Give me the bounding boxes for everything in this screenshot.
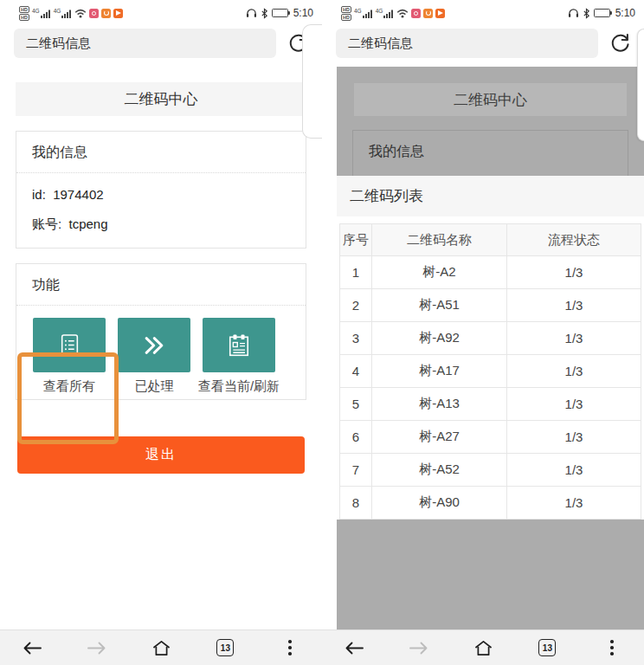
overflow-menu-icon [288,640,292,655]
floating-card-fragment [637,29,644,141]
bluetooth-icon [261,8,268,19]
network-type-label: 4G [54,8,61,14]
row-index: 4 [340,355,372,388]
signal-bars-icon [41,10,51,18]
tab-count-badge: 13 [216,639,234,656]
flow-status: 1/3 [507,322,641,355]
tabs-button[interactable]: 13 [193,630,257,665]
refresh-icon[interactable] [608,31,632,55]
home-button[interactable] [129,630,193,665]
qr-list-panel: 序号 二维码名称 流程状态 1树-A21/32树-A511/33树-A921/3… [337,216,644,520]
home-button[interactable] [451,630,515,665]
view-current-button[interactable] [203,318,275,372]
clipboard-icon [228,333,250,358]
forward-button[interactable] [64,630,128,665]
table-header-row: 序号 二维码名称 流程状态 [340,224,641,256]
tabs-button[interactable]: 13 [515,630,579,665]
flow-status: 1/3 [507,421,641,454]
row-index: 2 [340,289,372,322]
menu-button[interactable] [580,630,644,665]
headset-icon [246,8,257,18]
clock-time: 5:10 [293,7,313,19]
menu-button[interactable] [258,630,322,665]
qr-center-banner[interactable]: 二维码中心 [16,82,306,116]
qr-list-title: 二维码列表 [337,176,644,216]
status-left-icons: HD HD 4G 4G [341,6,445,21]
table-row[interactable]: 4树-A171/3 [340,355,641,388]
modal-overlay-bottom [337,520,644,629]
table-row[interactable]: 6树-A271/3 [340,421,641,454]
signal-icon: 4G [376,8,395,18]
signal-bars-icon [61,10,72,18]
col-header-qr-name: 二维码名称 [372,224,507,256]
right-screen: HD HD 4G 4G 5:10 二维码信息 [322,0,644,665]
back-button[interactable] [322,630,386,665]
wifi-icon [74,9,87,18]
table-row[interactable]: 1树-A21/3 [340,256,641,289]
account-line: 账号: tcpeng [32,210,290,239]
table-row[interactable]: 3树-A921/3 [340,322,641,355]
qr-name: 树-A17 [372,355,507,388]
double-chevron-right-icon [143,334,165,357]
qr-name: 树-A92 [372,322,507,355]
url-input[interactable]: 二维码信息 [336,29,598,58]
modal-overlay-top: 二维码中心 我的信息 [337,67,644,176]
notification-app-icon [101,9,111,18]
qr-name: 树-A13 [372,388,507,421]
floating-card-fragment [302,24,322,139]
clock-time: 5:10 [615,7,635,19]
qr-name: 树-A2 [372,256,507,289]
my-info-title: 我的信息 [16,132,306,173]
functions-card: 功能 查看所有 已处理 [16,263,306,400]
functions-title: 功能 [16,264,306,306]
row-index: 3 [340,322,372,355]
functions-body: 查看所有 已处理 查看当前/刷新 [16,306,306,399]
notification-app-icon [423,9,433,18]
browser-nav-bar: 13 [0,629,322,665]
flow-status: 1/3 [507,388,641,421]
hd-badge: HD [19,14,29,21]
flow-status: 1/3 [507,256,641,289]
view-all-group: 查看所有 [33,318,106,395]
view-current-label: 查看当前/刷新 [197,378,280,395]
view-all-button[interactable] [33,318,106,372]
flow-status: 1/3 [507,355,641,388]
signal-bars-icon [363,10,373,18]
forward-button[interactable] [386,630,450,665]
tab-count-badge: 13 [538,639,556,656]
hd-badge: HD [19,6,29,13]
my-info-body: id: 1974402 账号: tcpeng [16,173,306,248]
account-label: 账号: [32,216,61,231]
row-index: 1 [340,256,372,289]
table-row[interactable]: 7树-A521/3 [340,454,641,487]
notification-app-icon [411,9,421,18]
url-input[interactable]: 二维码信息 [14,29,276,58]
notification-app-icon [89,9,99,18]
hd-badge: HD [341,6,351,13]
processed-label: 已处理 [113,378,196,395]
row-index: 8 [340,487,372,520]
dimmed-my-info-title: 我的信息 [353,131,628,173]
table-row[interactable]: 8树-A901/3 [340,487,641,520]
wifi-icon [396,9,409,18]
hd-badge: HD [341,14,351,21]
col-header-index: 序号 [340,224,372,256]
processed-button[interactable] [118,318,190,372]
my-info-card: 我的信息 id: 1974402 账号: tcpeng [16,131,306,249]
row-index: 6 [340,421,372,454]
back-button[interactable] [0,630,64,665]
table-row[interactable]: 2树-A511/3 [340,289,641,322]
view-all-label: 查看所有 [28,378,111,395]
table-row[interactable]: 5树-A131/3 [340,388,641,421]
network-type-label: 4G [32,8,40,14]
hd-icon: HD HD [341,6,351,21]
hd-icon: HD HD [19,6,29,21]
headset-icon [568,8,579,18]
qr-name: 树-A27 [372,421,507,454]
row-index: 7 [340,454,372,487]
exit-button[interactable]: 退出 [17,436,305,474]
battery-icon [272,9,288,17]
browser-nav-bar: 13 [322,629,644,665]
battery-icon [594,9,610,17]
dimmed-qr-center-banner: 二维码中心 [354,83,627,116]
